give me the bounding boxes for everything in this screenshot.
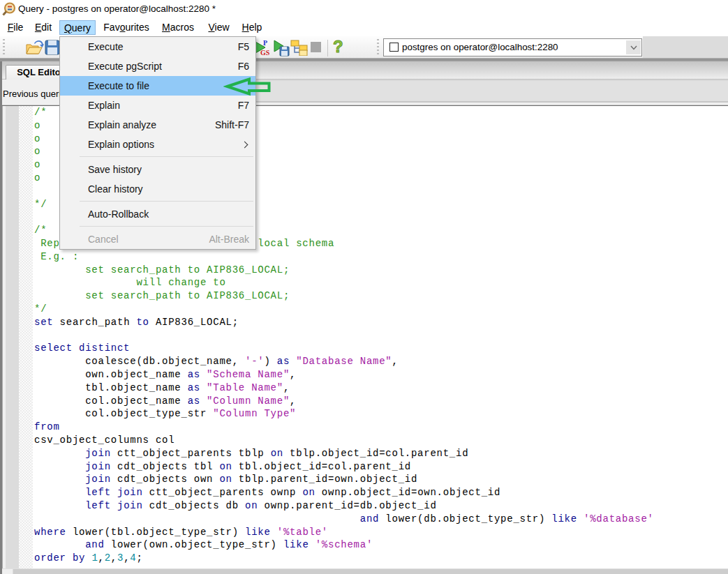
code-line: set search_path to AIP836_LOCAL; <box>34 289 654 303</box>
menu-item-execute[interactable]: ExecuteF5 <box>60 37 255 56</box>
toolbar-grip <box>3 39 5 56</box>
chevron-down-icon <box>630 45 637 50</box>
code-line: join cdt_objects own on tblp.parent_id=o… <box>34 473 654 486</box>
toolbar-separator <box>327 40 328 56</box>
connection-dropdown-button[interactable] <box>626 40 641 54</box>
menu-item-explain-options[interactable]: Explain options <box>60 135 255 154</box>
menu-item-clear-history[interactable]: Clear history <box>60 179 255 199</box>
save-icon[interactable] <box>45 40 60 55</box>
menu-item-shortcut: F7 <box>238 100 249 111</box>
code-line: select distinct <box>34 342 654 355</box>
code-line: where lower(tbl.object_type_str) like '%… <box>34 526 654 539</box>
menu-bar: FileEditQueryFavouritesMacrosViewHelp <box>0 19 728 36</box>
submenu-arrow-icon <box>242 141 248 148</box>
code-line: left join ctt_object_parents ownp on own… <box>34 486 654 499</box>
menu-separator <box>60 224 255 229</box>
menu-item-label: Auto-Rollback <box>88 209 149 220</box>
code-line: col.object_name as "Column Name", <box>34 395 654 408</box>
connection-toolbar-grip <box>377 39 379 56</box>
help-icon[interactable]: ? <box>333 37 343 56</box>
code-line: tbl.object_name as "Table Name", <box>34 382 654 395</box>
menu-item-label: Explain analyze <box>88 119 156 130</box>
code-line: left join cdt_objects db on ownp.parent_… <box>34 499 654 513</box>
explain-icon[interactable] <box>290 39 308 56</box>
connection-value: postgres on operator@localhost:2280 <box>402 39 558 56</box>
menu-help[interactable]: Help <box>238 20 266 35</box>
menu-item-label: Explain <box>88 100 120 111</box>
execute-to-file-icon[interactable] <box>272 38 290 56</box>
window-title: Query - postgres on operator@localhost:2… <box>18 3 216 14</box>
code-line: and lower(own.object_type_str) like '%sc… <box>34 538 654 552</box>
connection-combobox[interactable]: postgres on operator@localhost:2280 <box>383 38 642 56</box>
menu-item-label: Clear history <box>88 183 143 195</box>
code-line: will change to <box>34 276 654 289</box>
menu-item-shortcut: F6 <box>238 61 249 72</box>
toolbar-filler <box>643 36 728 58</box>
connection-checkbox[interactable] <box>389 43 399 52</box>
menu-macros[interactable]: Macros <box>157 20 199 35</box>
menu-item-label: Explain options <box>88 139 154 150</box>
query-tool-window-icon <box>2 2 16 16</box>
menu-query[interactable]: Query <box>59 20 96 35</box>
menu-separator <box>60 199 255 204</box>
code-line: own.object_name as "Schema Name", <box>34 368 654 382</box>
menu-file[interactable]: File <box>4 20 27 35</box>
menu-favourites[interactable]: Favourites <box>101 20 151 35</box>
menu-item-auto-rollback[interactable]: Auto-Rollback <box>60 204 255 224</box>
menu-edit[interactable]: Edit <box>31 20 56 35</box>
menu-item-shortcut: Alt-Break <box>209 234 249 245</box>
hscrollbar-left-box <box>2 569 13 574</box>
cancel-query-icon <box>311 42 321 52</box>
menu-item-label: Cancel <box>88 234 119 245</box>
menu-item-label: Execute pgScript <box>88 61 162 72</box>
menu-item-shortcut: F5 <box>238 41 249 52</box>
window-frame-left <box>0 61 2 574</box>
code-line: join ctt_object_parents tblp on tblp.obj… <box>34 447 654 460</box>
code-line: E.g. : <box>34 250 654 264</box>
svg-text:P: P <box>263 39 267 47</box>
code-line: csv_object_columns col <box>34 434 654 447</box>
query-menu-popup: ExecuteF5Execute pgScriptF6Execute to fi… <box>59 36 256 250</box>
title-bar: Query - postgres on operator@localhost:2… <box>0 0 728 19</box>
menu-item-explain-analyze[interactable]: Explain analyzeShift-F7 <box>60 115 255 135</box>
menu-view[interactable]: View <box>205 20 233 35</box>
code-line: set search_path to AIP836_LOCAL; <box>34 316 654 329</box>
menu-item-save-history[interactable]: Save history <box>60 160 255 179</box>
menu-item-label: Save history <box>88 164 142 175</box>
code-line: coalesce(db.object_name, '-') as "Databa… <box>34 355 654 368</box>
menu-item-cancel[interactable]: CancelAlt-Break <box>60 229 255 249</box>
code-line <box>34 329 654 342</box>
hscrollbar[interactable] <box>0 569 728 574</box>
code-line: order by 1,2,3,4; <box>34 552 654 565</box>
svg-text:GS: GS <box>260 49 270 56</box>
menu-item-shortcut: Shift-F7 <box>215 119 249 130</box>
code-line: join cdt_objects tbl on tbl.object_id=co… <box>34 460 654 474</box>
menu-item-label: Execute <box>88 41 124 52</box>
menu-item-label: Execute to file <box>88 80 149 91</box>
code-line: from <box>34 421 654 434</box>
code-line: set search_path to AIP836_LOCAL; <box>34 264 654 277</box>
menu-separator <box>60 154 255 160</box>
code-line: */ <box>34 303 654 316</box>
open-file-icon[interactable] <box>25 40 44 56</box>
code-line: col.object_type_str "Column Type" <box>34 407 654 421</box>
code-line: and lower(db.object_type_str) like '%dat… <box>34 513 654 526</box>
annotation-arrow-icon <box>223 73 274 101</box>
